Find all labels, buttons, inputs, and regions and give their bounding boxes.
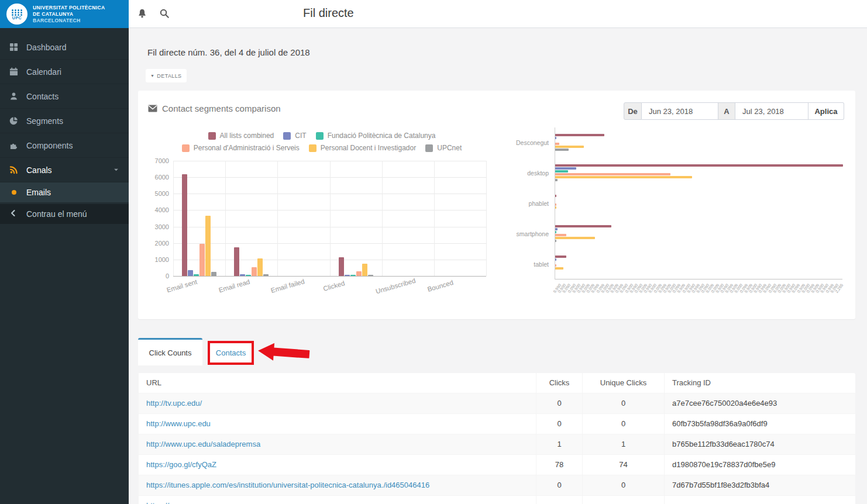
date-to-input[interactable]	[735, 102, 808, 120]
details-label: DETALLS	[157, 73, 181, 79]
envelope-icon	[148, 105, 157, 112]
date-from-input[interactable]	[642, 102, 718, 120]
bar	[246, 275, 251, 276]
column-header-url: URL	[139, 373, 536, 393]
table-row: https://itunes.apple.com/es/institution/…	[139, 475, 856, 495]
tracking-id-value: b765be112fb33d6eac1780c74	[665, 434, 856, 454]
bar-group-bounced	[434, 161, 486, 276]
unique-clicks-value	[583, 495, 665, 504]
date-from-label: De	[624, 102, 642, 120]
legend-swatch	[283, 132, 291, 140]
url-link[interactable]: https://itunes.apple.com/es/institution/…	[146, 481, 429, 489]
y-axis-tick: 7000	[155, 157, 169, 164]
x-axis-category-label: Email failed	[270, 278, 305, 294]
device-category-label: Desconegut	[516, 139, 549, 146]
y-axis-tick: 3000	[155, 223, 169, 230]
collapse-label: Contrau el menú	[26, 209, 87, 219]
url-link[interactable]: http://www.upc.edu	[146, 419, 211, 428]
table-row: https://goo.gl/cfyQaZ7874d1980870e19c788…	[139, 454, 856, 475]
sidebar: UPC UNIVERSITAT POLITÈCNICA DE CATALUNYA…	[0, 0, 129, 504]
bell-icon[interactable]	[137, 8, 149, 20]
url-link[interactable]: http://tv.upc.edu/	[146, 399, 202, 408]
sidebar-item-label: Emails	[26, 188, 51, 197]
legend-swatch	[208, 132, 216, 140]
upc-logo-dots-icon	[12, 9, 23, 16]
sidebar-item-dashboard[interactable]: Dashboard	[0, 35, 129, 60]
chart-legend: All lists combinedCITFundació Politècnic…	[146, 132, 497, 156]
x-axis-category-label: Bounced	[426, 279, 454, 293]
legend-item: UPCnet	[425, 144, 462, 152]
bar	[368, 275, 373, 276]
bar	[555, 195, 556, 197]
legend-swatch	[309, 144, 316, 152]
url-link[interactable]: http://www.upc.edu/saladepremsa	[146, 440, 260, 448]
click-counts-table: URLClicksUnique ClicksTracking ID http:/…	[138, 373, 855, 504]
card-title-text: Contact segments comparison	[162, 103, 281, 113]
sidebar-item-label: Dashboard	[26, 43, 67, 52]
bar	[555, 176, 692, 178]
bar	[555, 234, 566, 236]
tracking-id-value: 60fb73b5fa98df36a9a0f6df9	[665, 413, 856, 434]
bar	[356, 271, 362, 276]
user-icon	[9, 92, 19, 101]
bar-group-email-read	[225, 161, 277, 276]
newsletter-heading: Fil directe núm. 36, del 4 de juliol de …	[147, 47, 310, 57]
bar	[252, 267, 257, 276]
y-axis-tick: 5000	[155, 190, 169, 197]
upc-logo: UPC	[6, 4, 27, 25]
device-x-axis-ticks: 9,9900,9009,0900,0909,9000,9909,0090,009…	[555, 281, 842, 299]
bar	[555, 149, 569, 151]
apply-button[interactable]: Aplica	[808, 102, 844, 120]
bar	[555, 258, 556, 261]
table-header-row: URLClicksUnique ClicksTracking ID	[139, 373, 856, 393]
card-title: Contact segments comparison	[148, 103, 281, 113]
sidebar-item-label: Segments	[26, 116, 63, 126]
upc-logo-text: UPC	[12, 16, 22, 20]
bar	[555, 237, 595, 239]
clicks-value: 0	[536, 475, 583, 495]
bar-group-email-failed	[277, 161, 329, 276]
search-icon[interactable]	[159, 8, 171, 20]
bar	[555, 256, 566, 258]
device-category-label: desktop	[527, 170, 549, 177]
column-header-tracking-id: Tracking ID	[665, 373, 856, 393]
sidebar-item-canals[interactable]: Canals	[0, 158, 129, 182]
sidebar-item-label: Calendari	[26, 67, 61, 77]
tracking-id-value: …	[665, 495, 856, 504]
legend-item: All lists combined	[208, 132, 274, 140]
clicks-value: 0	[536, 413, 583, 434]
sidebar-item-components[interactable]: Components	[0, 133, 129, 158]
bar-group-email-sent	[173, 161, 225, 276]
bar	[555, 203, 556, 206]
url-link[interactable]: https://goo.gl/cfyQaZ	[146, 460, 216, 469]
sidebar-item-segments[interactable]: Segments	[0, 109, 129, 133]
brand-line2: DE CATALUNYA	[33, 11, 73, 17]
tab-contacts[interactable]: Contacts	[216, 348, 246, 357]
bar	[257, 258, 263, 276]
devices-bar-chart: Desconegutdesktopphabletsmartphonetablet…	[555, 127, 842, 279]
puzzle-icon	[9, 141, 19, 150]
url-link[interactable]: https://…	[146, 501, 177, 504]
details-toggle-button[interactable]: ▼ DETALLS	[146, 69, 187, 82]
bar	[555, 228, 558, 230]
sidebar-item-calendari[interactable]: Calendari	[0, 60, 129, 84]
annotation-red-box: Contacts	[208, 341, 254, 365]
sidebar-item-emails[interactable]: Emails	[0, 182, 129, 202]
sidebar-item-label: Components	[26, 141, 73, 150]
x-axis-category-label: Email read	[218, 278, 251, 294]
legend-item: Fundació Politècnica de Catalunya	[316, 132, 436, 140]
tab-click-counts[interactable]: Click Counts	[138, 338, 202, 365]
device-row-phablet: phablet	[555, 188, 842, 219]
bar	[555, 170, 568, 172]
bar-group-unsubscribed	[382, 161, 434, 276]
y-axis-tick: 4000	[155, 206, 169, 213]
brand: UPC UNIVERSITAT POLITÈCNICA DE CATALUNYA…	[0, 0, 129, 28]
bar	[555, 240, 556, 242]
date-to-label: A	[718, 102, 735, 120]
bullet-dot-icon	[12, 190, 16, 195]
bar	[350, 275, 356, 276]
sidebar-item-contacts[interactable]: Contacts	[0, 84, 129, 109]
device-row-desktop: desktop	[555, 158, 842, 188]
x-axis-category-label: Clicked	[322, 279, 346, 292]
sidebar-collapse-toggle[interactable]: Contrau el menú	[0, 204, 129, 224]
